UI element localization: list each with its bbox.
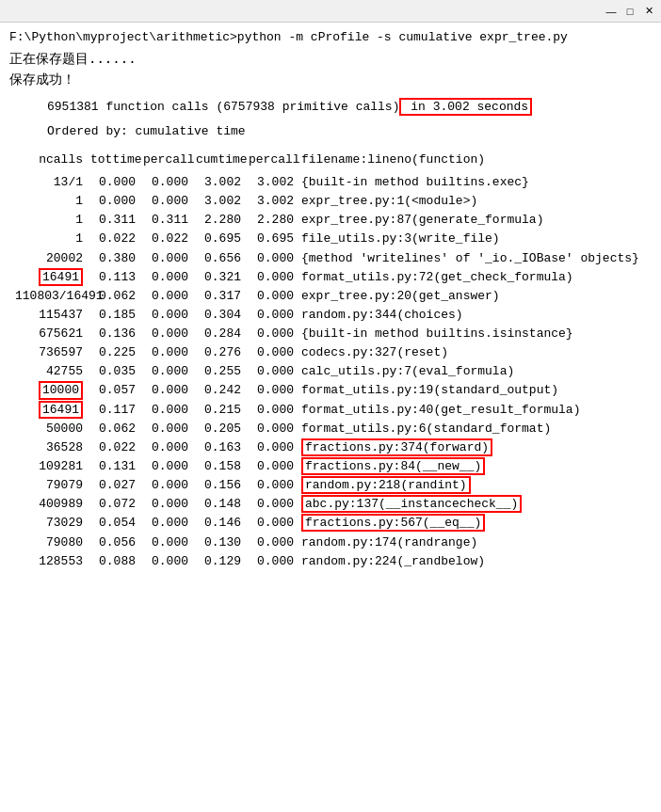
cumtime-cell: 0.129 <box>196 552 249 571</box>
cumtime-cell: 0.656 <box>196 249 249 268</box>
ncalls-cell: 675621 <box>15 325 90 343</box>
tottime-cell: 0.054 <box>90 514 143 533</box>
close-button[interactable]: ✕ <box>640 3 657 20</box>
ncalls-cell: 109281 <box>15 457 90 476</box>
minimize-button[interactable]: — <box>603 3 620 20</box>
ncalls-cell: 736597 <box>15 343 90 362</box>
table-row: 164910.1170.0000.2150.000format_utils.py… <box>9 401 652 420</box>
percall1-cell: 0.000 <box>143 173 196 192</box>
maximize-button[interactable]: □ <box>621 3 638 20</box>
cumtime-cell: 0.158 <box>196 457 249 476</box>
tottime-cell: 0.117 <box>90 401 143 420</box>
header-cumtime: cumtime <box>196 151 249 169</box>
tottime-cell: 0.136 <box>90 325 143 343</box>
tottime-cell: 0.062 <box>90 287 143 306</box>
filename-cell: {built-in method builtins.isinstance} <box>301 325 652 343</box>
filename-cell: format_utils.py:19(standard_output) <box>301 381 652 400</box>
percall2-cell: 0.000 <box>249 287 301 306</box>
percall2-cell: 0.000 <box>249 457 301 476</box>
percall2-cell: 0.000 <box>249 476 301 495</box>
table-row: 13/10.0000.0003.0023.002{built-in method… <box>9 173 652 192</box>
table-row: 790800.0560.0000.1300.000random.py:174(r… <box>9 533 652 552</box>
table-row: 427550.0350.0000.2550.000calc_utils.py:7… <box>9 362 652 381</box>
table-row: 6756210.1360.0000.2840.000{built-in meth… <box>9 325 652 343</box>
ncalls-cell: 110803/16491 <box>15 287 90 306</box>
cumtime-cell: 0.695 <box>196 230 249 248</box>
tottime-cell: 0.027 <box>90 476 143 495</box>
cumtime-cell: 0.242 <box>196 381 249 400</box>
percall2-cell: 0.000 <box>249 514 301 533</box>
percall1-cell: 0.000 <box>143 249 196 268</box>
ncalls-cell: 36528 <box>15 438 90 457</box>
cumtime-cell: 0.146 <box>196 514 249 533</box>
tottime-cell: 0.225 <box>90 343 143 362</box>
filename-cell: random.py:218(randint) <box>301 476 652 495</box>
header-percall2: percall <box>249 151 301 169</box>
table-row: 164910.1130.0000.3210.000format_utils.py… <box>9 268 652 287</box>
percall2-cell: 0.000 <box>249 381 301 400</box>
table-row: 1154370.1850.0000.3040.000random.py:344(… <box>9 306 652 325</box>
cumtime-cell: 0.163 <box>196 438 249 457</box>
cumtime-cell: 0.156 <box>196 476 249 495</box>
percall2-cell: 0.000 <box>249 325 301 343</box>
header-ncalls: ncalls <box>15 151 90 169</box>
table-row: 365280.0220.0000.1630.000fractions.py:37… <box>9 438 652 457</box>
percall2-cell: 0.000 <box>249 306 301 325</box>
table-row: 1285530.0880.0000.1290.000random.py:224(… <box>9 552 652 571</box>
ncalls-cell: 400989 <box>15 495 90 514</box>
filename-cell: random.py:224(_randbelow) <box>301 552 652 571</box>
percall1-cell: 0.000 <box>143 438 196 457</box>
percall1-cell: 0.311 <box>143 211 196 230</box>
percall1-cell: 0.000 <box>143 495 196 514</box>
ncalls-cell: 16491 <box>15 268 90 287</box>
content-area: F:\Python\myproject\arithmetic>python -m… <box>0 23 661 577</box>
ordered-by: Ordered by: cumulative time <box>47 122 652 141</box>
ncalls-cell: 50000 <box>15 420 90 438</box>
filename-cell: fractions.py:84(__new__) <box>301 457 652 476</box>
tottime-cell: 0.022 <box>90 230 143 248</box>
percall2-cell: 0.000 <box>249 552 301 571</box>
filename-cell: expr_tree.py:20(get_answer) <box>301 287 652 306</box>
percall1-cell: 0.000 <box>143 514 196 533</box>
cumtime-cell: 0.304 <box>196 306 249 325</box>
header-tottime: tottime <box>90 151 143 169</box>
ncalls-cell: 128553 <box>15 552 90 571</box>
percall1-cell: 0.000 <box>143 420 196 438</box>
percall1-cell: 0.000 <box>143 457 196 476</box>
table-row: 110803/164910.0620.0000.3170.000expr_tre… <box>9 287 652 306</box>
tottime-cell: 0.131 <box>90 457 143 476</box>
cumtime-cell: 0.255 <box>196 362 249 381</box>
percall1-cell: 0.000 <box>143 343 196 362</box>
cumtime-cell: 0.321 <box>196 268 249 287</box>
cumtime-cell: 3.002 <box>196 173 249 192</box>
cumtime-cell: 0.205 <box>196 420 249 438</box>
percall1-cell: 0.000 <box>143 268 196 287</box>
ncalls-cell: 73029 <box>15 514 90 533</box>
filename-cell: {method 'writelines' of '_io._IOBase' ob… <box>301 249 652 268</box>
filename-cell: fractions.py:374(forward) <box>301 438 652 457</box>
header-filename: filename:lineno(function) <box>301 151 652 169</box>
table-row: 100000.0570.0000.2420.000format_utils.py… <box>9 381 652 400</box>
percall1-cell: 0.000 <box>143 381 196 400</box>
percall1-cell: 0.000 <box>143 192 196 211</box>
ncalls-cell: 10000 <box>15 381 90 400</box>
tottime-cell: 0.380 <box>90 249 143 268</box>
cumtime-cell: 0.148 <box>196 495 249 514</box>
percall2-cell: 0.000 <box>249 362 301 381</box>
tottime-cell: 0.062 <box>90 420 143 438</box>
tottime-cell: 0.057 <box>90 381 143 400</box>
filename-cell: random.py:174(randrange) <box>301 533 652 552</box>
status-line2: 保存成功！ <box>9 70 652 90</box>
filename-cell: codecs.py:327(reset) <box>301 343 652 362</box>
percall1-cell: 0.000 <box>143 325 196 343</box>
percall1-cell: 0.000 <box>143 362 196 381</box>
tottime-cell: 0.056 <box>90 533 143 552</box>
percall2-cell: 0.695 <box>249 230 301 248</box>
table-row: 4009890.0720.0000.1480.000abc.py:137(__i… <box>9 495 652 514</box>
percall1-cell: 0.022 <box>143 230 196 248</box>
title-bar: — □ ✕ <box>0 0 661 23</box>
tottime-cell: 0.022 <box>90 438 143 457</box>
tottime-cell: 0.113 <box>90 268 143 287</box>
percall2-cell: 0.000 <box>249 249 301 268</box>
filename-cell: fractions.py:567(__eq__) <box>301 514 652 533</box>
